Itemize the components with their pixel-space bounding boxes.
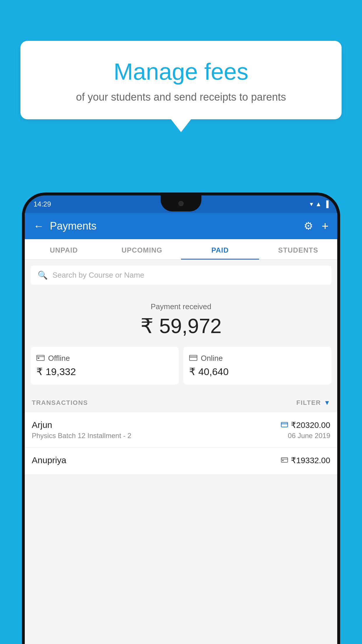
signal-icon: ▲ — [315, 200, 322, 208]
app-bar-left: ← Payments — [34, 220, 96, 232]
tab-students[interactable]: STUDENTS — [259, 239, 337, 260]
transactions-header: TRANSACTIONS FILTER ▼ — [25, 393, 337, 412]
wifi-icon: ▾ — [310, 200, 313, 208]
card-payment-icon — [281, 421, 288, 429]
status-time: 14:29 — [34, 200, 51, 208]
transaction-row[interactable]: Arjun ₹20320.00 Physics — [25, 412, 337, 448]
tab-paid[interactable]: PAID — [181, 239, 259, 260]
online-card: Online ₹ 40,640 — [183, 347, 331, 384]
transaction-top: Arjun ₹20320.00 — [32, 420, 330, 430]
status-icons: ▾ ▲ ▐ — [310, 200, 328, 208]
online-card-top: Online — [189, 354, 326, 363]
svg-rect-3 — [189, 355, 197, 360]
phone-inner: 14:29 ▾ ▲ ▐ ← Payments ⚙ + — [25, 195, 337, 644]
transaction-amount-wrap: ₹19332.00 — [281, 456, 330, 465]
transaction-amount-wrap: ₹20320.00 — [281, 420, 330, 430]
offline-icon — [36, 354, 45, 363]
filter-icon[interactable]: ▼ — [324, 399, 330, 407]
tab-unpaid[interactable]: UNPAID — [25, 239, 103, 260]
transaction-name: Arjun — [32, 420, 52, 430]
cash-payment-icon — [281, 456, 288, 464]
transaction-top: Anupriya ₹19332.00 — [32, 455, 330, 465]
transaction-row[interactable]: Anupriya ₹19332.00 — [25, 448, 337, 475]
tab-upcoming[interactable]: UPCOMING — [103, 239, 181, 260]
svg-rect-2 — [38, 358, 39, 359]
speech-bubble-container: Manage fees of your students and send re… — [20, 41, 342, 119]
transaction-date: 06 June 2019 — [288, 432, 330, 440]
payment-received-section: Payment received ₹ 59,972 — [25, 290, 337, 347]
app-bar: ← Payments ⚙ + — [25, 213, 337, 239]
phone-frame: 14:29 ▾ ▲ ▐ ← Payments ⚙ + — [22, 192, 340, 644]
screen-content: ← Payments ⚙ + UNPAID UPCOMING PAID STUD… — [25, 213, 337, 644]
payment-received-amount: ₹ 59,972 — [31, 314, 331, 338]
camera — [178, 201, 184, 206]
offline-amount: ₹ 19,332 — [36, 366, 173, 377]
transaction-course: Physics Batch 12 Installment - 2 — [32, 432, 131, 440]
transactions-label: TRANSACTIONS — [32, 399, 88, 407]
offline-card-top: Offline — [36, 354, 173, 363]
filter-label: FILTER — [296, 399, 321, 407]
filter-wrap[interactable]: FILTER ▼ — [296, 399, 330, 407]
speech-bubble-title: Manage fees — [35, 58, 327, 85]
battery-icon: ▐ — [324, 200, 328, 208]
offline-card: Offline ₹ 19,332 — [31, 347, 179, 384]
speech-bubble-subtitle: of your students and send receipts to pa… — [35, 91, 327, 103]
svg-rect-9 — [282, 460, 284, 461]
online-amount: ₹ 40,640 — [189, 366, 326, 377]
phone-notch — [161, 195, 201, 211]
app-content: 🔍 Search by Course or Name Payment recei… — [25, 260, 337, 475]
app-bar-right: ⚙ + — [304, 220, 328, 233]
offline-method-label: Offline — [48, 354, 70, 363]
search-bar[interactable]: 🔍 Search by Course or Name — [31, 266, 331, 285]
transaction-amount: ₹19332.00 — [291, 456, 330, 465]
payment-received-label: Payment received — [31, 302, 331, 311]
payment-cards: Offline ₹ 19,332 Online — [25, 347, 337, 393]
search-icon: 🔍 — [38, 270, 48, 280]
speech-bubble: Manage fees of your students and send re… — [20, 41, 342, 119]
back-button[interactable]: ← — [34, 220, 44, 232]
settings-icon[interactable]: ⚙ — [304, 220, 313, 232]
add-icon[interactable]: + — [322, 220, 328, 233]
app-bar-title: Payments — [50, 220, 96, 232]
search-input[interactable]: Search by Course or Name — [52, 271, 144, 280]
transaction-bottom: Physics Batch 12 Installment - 2 06 June… — [32, 432, 330, 440]
svg-rect-5 — [281, 422, 288, 427]
svg-rect-7 — [281, 458, 288, 462]
transaction-name: Anupriya — [32, 455, 66, 465]
online-method-label: Online — [201, 354, 223, 363]
transaction-amount: ₹20320.00 — [291, 420, 330, 430]
tabs-bar: UNPAID UPCOMING PAID STUDENTS — [25, 239, 337, 260]
online-icon — [189, 354, 197, 363]
